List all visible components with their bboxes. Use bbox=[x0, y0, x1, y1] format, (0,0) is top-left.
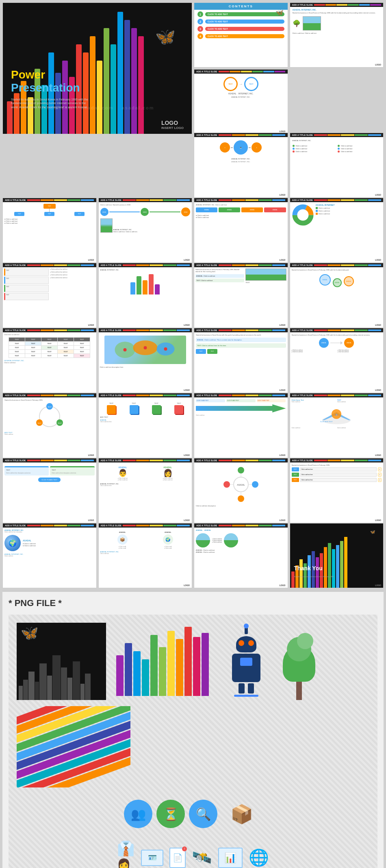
map-slide[interactable]: ADD A TITLE SLIDE bbox=[98, 328, 193, 393]
svg-point-28 bbox=[223, 481, 230, 488]
png-title: * PNG FILE * bbox=[9, 598, 377, 608]
hero-title1: Power bbox=[11, 68, 92, 81]
arrow-slide[interactable]: ADD A TITLE SLIDE CLICK TO ADD TEXT CLIC… bbox=[194, 393, 288, 458]
table-slide[interactable]: ADD A TITLE SLIDE Click here to add text… bbox=[2, 328, 97, 393]
svg-marker-10 bbox=[340, 341, 343, 345]
icon-buttons-row: 👥 ⏳ 🔍 📦 bbox=[17, 798, 369, 830]
hero-text: Power Presentation Started its business … bbox=[11, 68, 92, 109]
thank-you-butterfly: 🦋 bbox=[370, 530, 375, 534]
text-img-slide[interactable]: ADD A TITLE SLIDE Started its business i… bbox=[194, 263, 288, 328]
slide-header-bc: ADD A TITLE SLIDE bbox=[99, 263, 192, 267]
hero-slide[interactable]: 🦋 Power Presentation Started its busines… bbox=[2, 2, 192, 134]
people-icon-btn[interactable]: 👥 bbox=[124, 800, 152, 828]
svg-text:TEXT: TEXT bbox=[58, 422, 62, 424]
company-label: ASADAL bbox=[228, 92, 236, 95]
slide-header-org: ADD A TITLE SLIDE bbox=[3, 198, 96, 202]
slide-header-globe: ADD A TITLE SLIDE bbox=[3, 523, 96, 528]
figures-slide[interactable]: ADD A TITLE SLIDE ASADAL 👨 ● Click to ad… bbox=[98, 458, 193, 523]
cycle-slide-1[interactable]: ADD A TITLE SLIDE TEXT → TEXT ASADAL INT… bbox=[194, 69, 288, 134]
landscape-box bbox=[303, 16, 321, 31]
bar-chart-slide[interactable]: ADD A TITLE SLIDE ASADAL INTERNET, INC. bbox=[98, 263, 193, 328]
logo-small-3d: LOGO bbox=[184, 454, 190, 456]
hero-title2: Presentation bbox=[11, 81, 92, 94]
process-slide[interactable]: ADD A TITLE SLIDE Started its business i… bbox=[194, 328, 288, 393]
contents-item-4: 4 CLICK TO ADD TEXT bbox=[197, 33, 284, 39]
search-globe-icon-btn[interactable]: 🔍 bbox=[189, 800, 217, 828]
slide-header-steps: ADD A TITLE SLIDE bbox=[194, 198, 288, 202]
slide-header-arrow: ADD A TITLE SLIDE bbox=[194, 393, 288, 397]
circular-slide[interactable]: ADD A TITLE SLIDE Started its business i… bbox=[2, 393, 97, 458]
book-slide[interactable]: ADD A TITLE SLIDE TEXT Click to add text… bbox=[2, 458, 97, 523]
logo-small-1: LOGO bbox=[375, 63, 381, 66]
donut-slide[interactable]: ADD A TITLE SLIDE bbox=[290, 198, 384, 263]
nodes-slide[interactable]: ADD A TITLE SLIDE Started its business i… bbox=[290, 328, 384, 393]
logo-small-spin: LOGO bbox=[375, 454, 381, 456]
logo-small-lc: LOGO bbox=[280, 584, 286, 587]
slide-header-cc: ADD A TITLE SLIDE bbox=[194, 133, 288, 137]
logo-small-arrow: LOGO bbox=[280, 454, 286, 456]
slides-grid-7: ADD A TITLE SLIDE TEXT Click to add text… bbox=[2, 458, 384, 523]
slide-header-tl: ADD A TITLE SLIDE bbox=[99, 198, 192, 202]
timeline-slide[interactable]: ADD A TITLE SLIDE Click to add text. Sta… bbox=[98, 198, 193, 263]
butterfly-icon: 🦋 bbox=[155, 27, 176, 46]
org-chart-slide[interactable]: ADD A TITLE SLIDE TEXT TEXT TEXT TEXT bbox=[2, 198, 97, 263]
boxes-3d-slide[interactable]: ADD A TITLE SLIDE TEXT TEXT bbox=[98, 393, 193, 458]
svg-point-25 bbox=[238, 467, 244, 473]
logo-small-donut: LOGO bbox=[375, 259, 381, 261]
slide-header-hub: ADD A TITLE SLIDE bbox=[194, 458, 288, 462]
logo-small-ti: LOGO bbox=[280, 324, 286, 326]
spinning-arrows-chart: 🤖 BLUE WEB TEXT bbox=[320, 406, 353, 426]
globe-slide[interactable]: ADD A TITLE SLIDE ASADAL INTERNET, INC. … bbox=[2, 523, 97, 588]
thank-you-slide[interactable]: Thank You Restarted its business in Seou… bbox=[290, 523, 384, 588]
hub-slide[interactable]: ADD A TITLE SLIDE ASADAL bbox=[194, 458, 288, 523]
steps-slide[interactable]: ADD A TITLE SLIDE ASADAL INTERNET, INC. … bbox=[194, 198, 288, 263]
slides-grid-3: ADD A TITLE SLIDE TEXT TEXT TEXT TEXT bbox=[2, 198, 384, 263]
circular-flow-chart: TEXT TEXT TEXT bbox=[33, 402, 66, 431]
contents-item-1: 1 CLICK TO ADD TEXT bbox=[197, 11, 284, 17]
icon-boxes-slide[interactable]: ADD A TITLE SLIDE ASADAL 📦 ● Click to ad… bbox=[98, 523, 193, 588]
svg-text:🤖: 🤖 bbox=[335, 413, 338, 416]
hourglass-icon-btn[interactable]: ⏳ bbox=[156, 800, 185, 828]
butterfly-white-icon: 🦋 bbox=[21, 625, 39, 641]
png-assets-area: 🦋 bbox=[9, 615, 377, 868]
logo-small-textlist: LOGO bbox=[375, 519, 381, 521]
list-slide-1[interactable]: ADD A TITLE SLIDE ASADAL INTERNET, INC. … bbox=[290, 133, 384, 198]
slide-header-lc: ADD A TITLE SLIDE bbox=[194, 523, 288, 528]
monitor-chart-icon: 📊 bbox=[218, 848, 243, 868]
slide-header-ls1: ADD A TITLE SLIDE bbox=[290, 133, 384, 137]
diagonal-bars-asset bbox=[17, 706, 130, 787]
text-list-slide[interactable]: ADD A TITLE SLIDE Started its business i… bbox=[290, 458, 384, 523]
slides-grid: 🦋 Power Presentation Started its busines… bbox=[2, 2, 384, 134]
city-skyline-asset: 🦋 bbox=[17, 623, 106, 700]
logo-small-bc: LOGO bbox=[184, 324, 190, 326]
contents-header: CONTENTS bbox=[194, 3, 288, 10]
hero-desc: Started its business in Seoul Korea in F… bbox=[11, 98, 92, 109]
contents-item-2: 2 CLICK TO ADD TEXT bbox=[197, 19, 284, 24]
slides-grid-4: ADD A TITLE SLIDE TEXT TEXT TEXT TEXT bbox=[2, 263, 384, 328]
box-3d-icon: 📦 bbox=[221, 798, 262, 830]
logo-small-org: LOGO bbox=[88, 259, 94, 261]
landscape-circles-slide[interactable]: ADD A TITLE SLIDE ASADAL ASADAL ● Click … bbox=[194, 523, 288, 588]
svg-text:TEXT: TEXT bbox=[37, 422, 42, 424]
logo-small-bub: LOGO bbox=[375, 324, 381, 326]
logo-small-nodes: LOGO bbox=[375, 389, 381, 391]
svg-point-26 bbox=[252, 481, 258, 488]
contents-slide[interactable]: CONTENTS 🦋 1 CLICK TO ADD TEXT 2 CLICK T… bbox=[194, 2, 288, 68]
svg-text:BLUE WEB TEXT: BLUE WEB TEXT bbox=[320, 421, 333, 423]
slide-header-3d: ADD A TITLE SLIDE bbox=[99, 393, 192, 397]
logo-small-book: LOGO bbox=[88, 519, 94, 521]
slide-header-fig: ADD A TITLE SLIDE bbox=[99, 458, 192, 462]
connected-circles-slide[interactable]: ADD A TITLE SLIDE ● 💻 ● ASADAL INTERNET,… bbox=[194, 133, 288, 198]
bubbles-slide[interactable]: ADD A TITLE SLIDE Started its business i… bbox=[290, 263, 384, 328]
spin-arrows-slide[interactable]: ADD A TITLE SLIDE Click those Text Click… bbox=[290, 393, 384, 458]
slide-header-iconboxes: ADD A TITLE SLIDE bbox=[99, 523, 192, 528]
tree-icon: 🌳 bbox=[293, 20, 301, 27]
logo-small-tl: LOGO bbox=[184, 259, 190, 261]
hero-logo: LOGO INSERT LOGO bbox=[161, 120, 184, 130]
logo-small-hub: LOGO bbox=[280, 519, 286, 521]
logo-small-tb: LOGO bbox=[88, 324, 94, 326]
text-boxes-slide[interactable]: ADD A TITLE SLIDE TEXT TEXT TEXT TEXT bbox=[2, 263, 97, 328]
title-slide-1[interactable]: ADD A TITLE SLIDE ASADAL INTERNET, INC. … bbox=[290, 2, 384, 68]
tree-asset bbox=[275, 623, 323, 700]
globe-x-icon: 🌐 bbox=[249, 848, 269, 867]
